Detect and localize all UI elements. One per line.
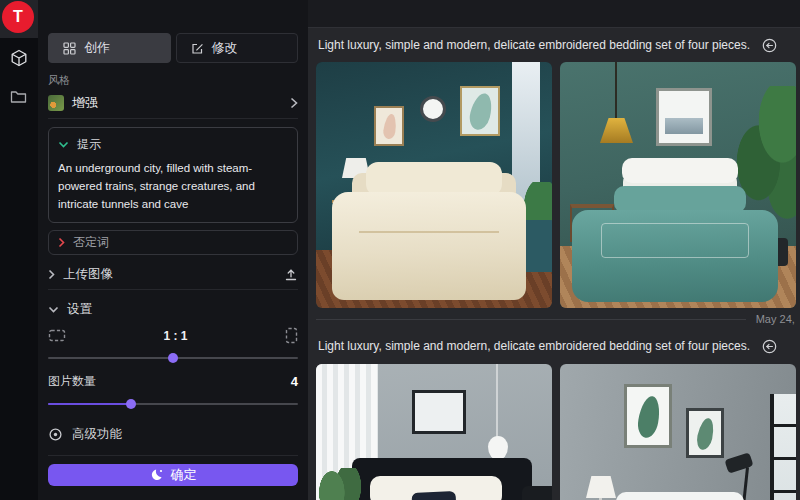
art-leaf xyxy=(695,417,716,451)
pillows xyxy=(366,162,502,196)
image-row xyxy=(316,62,796,308)
reuse-prompt-icon[interactable] xyxy=(762,38,777,53)
chevron-right-icon xyxy=(290,97,298,109)
negative-words-label: 否定词 xyxy=(73,234,109,251)
prompt-label: 提示 xyxy=(77,136,101,153)
icon-rail: T xyxy=(0,0,38,500)
portrait-frame-icon[interactable] xyxy=(285,327,298,344)
upload-icon[interactable] xyxy=(284,268,298,282)
style-thumbnail-icon xyxy=(48,95,64,111)
divider-line xyxy=(316,319,746,320)
aspect-ratio-value: 1 : 1 xyxy=(66,329,285,343)
wall-art xyxy=(686,408,724,458)
top-bar xyxy=(308,0,800,28)
chevron-right-icon xyxy=(58,237,65,248)
tab-modify-label: 修改 xyxy=(212,39,238,57)
tab-create[interactable]: 创作 xyxy=(48,33,171,63)
prompt-box[interactable]: 提示 An underground city, filled with stea… xyxy=(48,127,298,223)
upload-image-label: 上传图像 xyxy=(63,266,113,283)
wall-art xyxy=(412,390,466,434)
bedroom-scene-cream xyxy=(316,62,552,308)
advanced-features-label: 高级功能 xyxy=(72,426,122,443)
image-count-value: 4 xyxy=(291,374,298,389)
slider-thumb[interactable] xyxy=(126,399,136,409)
navy-pillow xyxy=(412,491,457,500)
wall-art xyxy=(374,106,404,146)
grid-icon xyxy=(63,42,76,55)
date-divider: May 24, 1 xyxy=(316,311,796,327)
bedroom-scene-teal xyxy=(560,62,796,308)
cube-icon[interactable] xyxy=(10,49,28,67)
app-logo-letter: T xyxy=(13,8,23,26)
aspect-ratio-row: 1 : 1 xyxy=(48,327,298,344)
feed-prompt-text: Light luxury, simple and modern, delicat… xyxy=(318,38,750,52)
settings-section[interactable]: 设置 xyxy=(48,299,298,319)
image-row xyxy=(316,364,796,500)
chevron-right-icon xyxy=(48,269,55,280)
art-leaf xyxy=(467,91,495,132)
embroidery-trim xyxy=(359,231,499,233)
feed-prompt-row: Light luxury, simple and modern, delicat… xyxy=(316,28,796,62)
wall-art xyxy=(460,86,500,136)
settings-label: 设置 xyxy=(67,301,92,318)
generated-image-4[interactable] xyxy=(560,364,796,500)
wall-art xyxy=(624,384,672,448)
image-count-slider[interactable] xyxy=(48,398,298,410)
date-label: May 24, 1 xyxy=(756,313,796,325)
generated-image-1[interactable] xyxy=(316,62,552,308)
art xyxy=(665,118,703,134)
prompt-input[interactable]: An underground city, filled with steam-p… xyxy=(58,160,288,213)
wall-art xyxy=(656,88,712,146)
eye-icon xyxy=(48,427,63,442)
style-value: 增强 xyxy=(72,94,98,112)
generated-image-2[interactable] xyxy=(560,62,796,308)
mode-tabs: 创作 修改 xyxy=(48,33,298,63)
chevron-down-icon xyxy=(48,306,59,313)
bedroom-scene-aqua xyxy=(560,364,796,500)
art-leaf xyxy=(636,395,663,440)
slider-fill xyxy=(48,403,131,405)
bedroom-scene-white xyxy=(316,364,552,500)
armchair xyxy=(522,486,552,500)
white-pillows xyxy=(622,158,738,183)
results-feed: Light luxury, simple and modern, delicat… xyxy=(308,0,800,500)
confirm-button-label: 确定 xyxy=(171,466,197,484)
slider-thumb[interactable] xyxy=(168,353,178,363)
tab-create-label: 创作 xyxy=(84,39,110,57)
image-count-row: 图片数量 4 xyxy=(48,373,298,390)
duvet xyxy=(572,210,778,302)
duvet xyxy=(332,192,526,300)
art-feather xyxy=(382,113,397,139)
chevron-down-icon xyxy=(58,141,69,148)
landscape-frame-icon[interactable] xyxy=(48,329,66,342)
wall-clock xyxy=(420,96,446,122)
pendant-cord xyxy=(496,364,498,438)
negative-words-section[interactable]: 否定词 xyxy=(48,230,298,255)
style-label: 风格 xyxy=(48,73,298,88)
plant xyxy=(318,468,364,500)
edit-icon xyxy=(191,42,204,55)
stitch-line xyxy=(601,223,749,258)
upload-image-section[interactable]: 上传图像 xyxy=(48,264,298,290)
feed-prompt-row: Light luxury, simple and modern, delicat… xyxy=(316,328,796,364)
pendant-cord xyxy=(615,62,617,120)
prompt-header[interactable]: 提示 xyxy=(58,136,288,153)
aspect-ratio-slider[interactable] xyxy=(48,352,298,364)
generated-image-3[interactable] xyxy=(316,364,552,500)
crescent-moon-icon xyxy=(150,468,164,482)
folder-icon[interactable] xyxy=(10,89,28,107)
confirm-button[interactable]: 确定 xyxy=(48,464,298,486)
generation-panel: 创作 修改 风格 增强 提示 An underground city, fill… xyxy=(38,0,308,500)
reuse-prompt-icon[interactable] xyxy=(762,339,777,354)
app-logo[interactable]: T xyxy=(2,1,34,33)
tab-modify[interactable]: 修改 xyxy=(176,33,299,63)
image-count-label: 图片数量 xyxy=(48,373,96,390)
style-selector[interactable]: 增强 xyxy=(48,95,298,119)
window xyxy=(770,394,796,500)
feed-prompt-text: Light luxury, simple and modern, delicat… xyxy=(318,339,750,353)
white-pillows xyxy=(616,492,744,500)
advanced-features-toggle[interactable]: 高级功能 xyxy=(48,426,298,456)
teal-pillows xyxy=(614,186,746,213)
